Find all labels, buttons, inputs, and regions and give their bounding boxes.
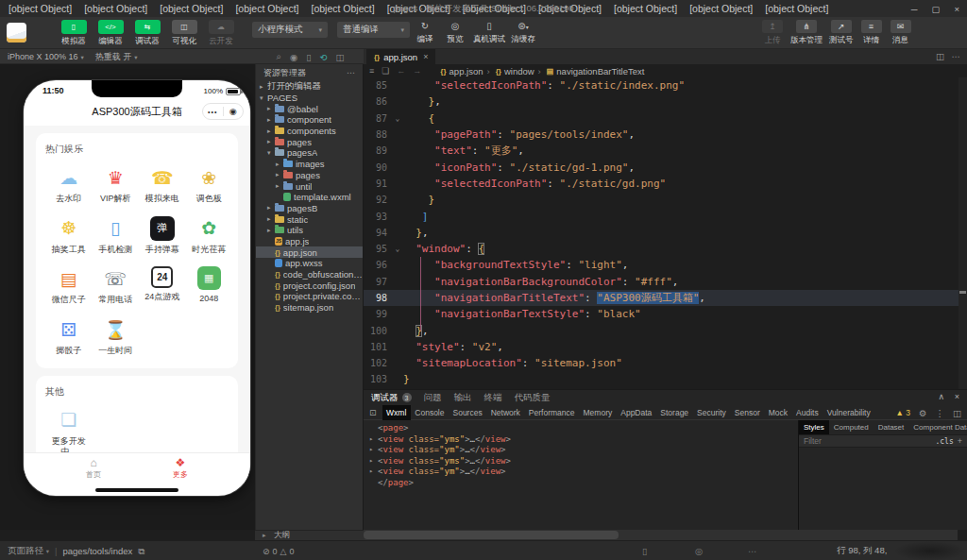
tree-item[interactable]: {} sitemap.json <box>256 302 363 314</box>
maximize-icon[interactable]: ▢ <box>931 4 940 14</box>
kebab-menu-icon[interactable]: ⋮ <box>936 408 945 418</box>
strip-icon[interactable]: ◫ <box>335 52 344 62</box>
menu-item[interactable]: [object Object] <box>235 3 298 14</box>
app-entry[interactable]: ▤ 微信尺子 <box>45 266 93 306</box>
menu-item[interactable]: [object Object] <box>8 3 72 14</box>
breadcrumb-item[interactable]: › ▤ navigationBarTitleText <box>538 66 645 76</box>
tree-item[interactable]: ▸ 打开的编辑器 <box>256 81 363 93</box>
expand-arrow-icon[interactable]: ▸ <box>369 434 378 446</box>
toolbar-action-button[interactable]: ⊜▾ 清缓存 <box>511 21 535 45</box>
page-path-selector[interactable]: 页面路径 ▾ <box>8 545 49 557</box>
code-line[interactable]: 90 "iconPath": "./static/gd-1.png", <box>364 159 967 175</box>
copy-path-icon[interactable]: ⧉ <box>138 546 144 557</box>
more-status-icon[interactable]: ⋯ <box>748 541 757 560</box>
styles-tab[interactable]: Dataset <box>874 420 909 434</box>
user-avatar[interactable] <box>7 23 26 42</box>
expand-arrow-icon[interactable]: ▸ <box>369 456 378 467</box>
tree-item[interactable]: ▸ pages <box>256 170 363 181</box>
code-line[interactable]: 92 } <box>364 192 967 208</box>
toolbar-action-button[interactable]: ↻ 编译 <box>413 21 437 45</box>
toolbar-action-button[interactable]: ◎ 预览 <box>443 21 467 45</box>
strip-icon[interactable]: ⟲ <box>319 52 327 62</box>
capsule-home-icon[interactable]: ◉ <box>224 107 244 116</box>
expand-arrow-icon[interactable] <box>369 423 378 434</box>
code-line[interactable]: 99 "navigationBarTextStyle": "black" <box>364 306 967 322</box>
devtools-tab[interactable]: Sensor <box>730 405 764 420</box>
cursor-position[interactable]: 行 98, 列 48, <box>837 541 887 560</box>
menu-item[interactable]: [object Object] <box>689 3 753 14</box>
overview-ruler[interactable] <box>959 77 967 389</box>
tree-item[interactable]: JS app.js <box>256 236 363 247</box>
code-line[interactable]: 95 ⌄ "window": { <box>364 241 967 257</box>
minimize-icon[interactable]: ─ <box>911 4 918 14</box>
code-editor[interactable]: 85 "selectedIconPath": "./static/index.p… <box>364 77 967 389</box>
toolbar-toggle-button[interactable]: ⇆ 调试器 <box>132 20 162 47</box>
device-selector[interactable]: iPhone X 100% 16▾ <box>8 52 84 61</box>
expand-arrow-icon[interactable]: ▸ <box>369 445 378 456</box>
tree-item[interactable]: app.wxss <box>256 258 363 269</box>
devtools-tab[interactable]: Memory <box>579 405 617 420</box>
tab-app-json[interactable]: {} app.json × <box>366 49 435 64</box>
toolbar-toggle-button[interactable]: ◫ 可视化 <box>169 20 199 47</box>
warnings-icon[interactable]: △ <box>280 547 287 556</box>
forward-icon[interactable]: → <box>413 66 421 76</box>
debugger-tab[interactable]: 终端 <box>484 392 502 404</box>
tree-item[interactable]: {} project.private.config.js... <box>256 291 363 302</box>
back-icon[interactable]: ← <box>397 66 405 76</box>
devtools-tab[interactable]: Vulnerability <box>823 405 874 420</box>
wxml-node[interactable]: <page> <box>369 423 792 434</box>
tabbar-item[interactable]: ⌂ 首页 <box>86 457 101 480</box>
horizontal-scrollbar[interactable] <box>364 530 958 540</box>
app-entry[interactable]: ✿ 时光荏苒 <box>186 216 233 256</box>
toggle-class-button[interactable]: .cls <box>935 437 953 446</box>
debugger-tab[interactable]: 调试器 3 <box>371 392 412 404</box>
menu-item[interactable]: [object Object] <box>160 3 223 14</box>
tree-item[interactable]: ▸ component <box>256 114 363 126</box>
toolbar-right-button[interactable]: ↥ 上传 <box>761 20 784 46</box>
scrollbar-thumb[interactable] <box>364 531 619 539</box>
errors-icon[interactable]: ⊘ <box>263 547 270 556</box>
code-line[interactable]: 88 "pagePath": "pages/tools/index", <box>364 127 967 143</box>
wxml-node[interactable]: ▸ <view class="yms">…</view> <box>369 456 792 467</box>
tree-item[interactable]: template.wxml <box>256 192 363 203</box>
debugger-tab[interactable]: 输出 <box>454 392 472 404</box>
code-line[interactable]: 96 "backgroundTextStyle": "light", <box>364 257 967 273</box>
tree-item[interactable]: ▸ until <box>256 180 363 192</box>
device-status-icon[interactable]: ▯ <box>642 541 647 560</box>
app-entry[interactable]: ❀ 调色板 <box>186 165 233 205</box>
code-line[interactable]: 101 "style": "v2", <box>364 339 967 355</box>
tabbar-item[interactable]: ❖ 更多 <box>173 457 188 480</box>
bookmark-icon[interactable]: ❏ <box>382 66 389 76</box>
app-entry[interactable]: ☁ 去水印 <box>45 165 93 205</box>
warning-badge[interactable]: ▲ 3 <box>895 408 910 417</box>
code-line[interactable]: 102 "sitemapLocation": "sitemap.json" <box>364 355 967 371</box>
devtools-tab[interactable]: Audits <box>792 405 823 420</box>
app-entry[interactable]: ☏ 常用电话 <box>93 266 140 306</box>
tab-close-icon[interactable]: × <box>423 52 428 61</box>
menu-item[interactable]: [object Object] <box>765 3 828 14</box>
app-entry[interactable]: ⌛ 一生时间 <box>93 317 140 357</box>
hot-reload-toggle[interactable]: 热重载 开▾ <box>95 51 138 63</box>
devtools-tab[interactable]: Performance <box>524 405 579 420</box>
app-entry[interactable]: ☸ 抽奖工具 <box>45 216 93 256</box>
menu-item[interactable]: [object Object] <box>463 3 526 14</box>
debugger-tab[interactable]: 代码质量 <box>515 392 551 404</box>
strip-icon[interactable]: ⌕ <box>277 51 281 62</box>
tree-item[interactable]: ▸ pages <box>256 136 363 147</box>
app-entry[interactable]: 弹 手持弹幕 <box>139 216 186 256</box>
compile-mode-select[interactable]: 普通编译 ▾ <box>337 22 410 38</box>
close-icon[interactable]: × <box>954 4 959 14</box>
toolbar-toggle-button[interactable]: ☁ 云开发 <box>206 20 236 47</box>
toolbar-right-button[interactable]: ≡ 详情 <box>860 20 883 46</box>
breadcrumb-item[interactable]: {} app.json <box>434 66 483 76</box>
app-entry[interactable]: ♛ VIP解析 <box>93 165 140 205</box>
code-line[interactable]: 87 ⌄ { <box>364 110 967 127</box>
strip-icon[interactable]: ▯ <box>306 52 311 62</box>
toolbar-right-button[interactable]: ✉ 消息 <box>890 20 912 46</box>
styles-tab[interactable]: Styles <box>799 420 829 434</box>
outline-icon[interactable]: ≡ <box>369 66 374 76</box>
inspect-element-icon[interactable]: ⊡ <box>364 408 382 417</box>
devtools-tab[interactable]: Sources <box>449 405 486 420</box>
tree-item[interactable]: ▸ components <box>256 126 363 137</box>
devtools-tab[interactable]: Security <box>693 405 731 420</box>
